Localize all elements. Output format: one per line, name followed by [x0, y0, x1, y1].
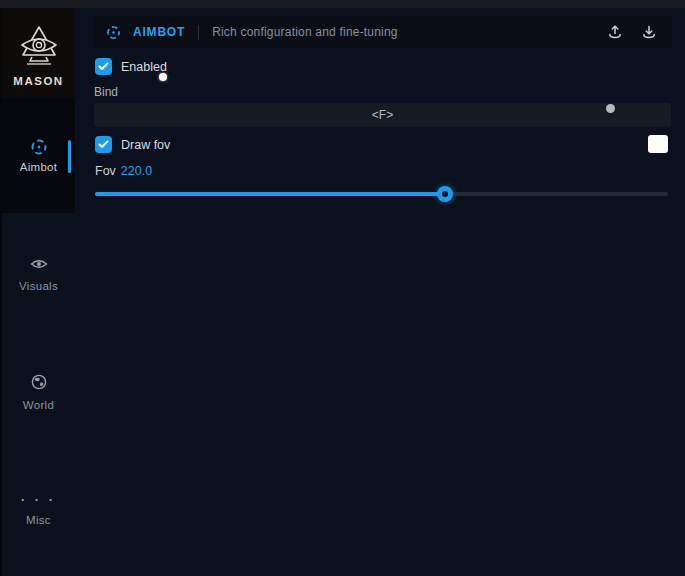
- sidebar: MASON Aimbot Visuals World: [0, 8, 75, 576]
- page-title: AIMBOT: [133, 25, 185, 39]
- draw-fov-label: Draw fov: [121, 138, 170, 152]
- fov-slider[interactable]: [95, 184, 668, 204]
- bind-label: Bind: [94, 85, 118, 99]
- sidebar-item-misc[interactable]: · · · Misc: [2, 490, 75, 526]
- fov-label: Fov220.0: [95, 164, 152, 178]
- download-icon[interactable]: [638, 21, 660, 43]
- sidebar-item-aimbot[interactable]: Aimbot: [2, 98, 75, 213]
- bind-input[interactable]: <F>: [94, 103, 671, 127]
- draw-fov-checkbox[interactable]: [95, 136, 112, 153]
- enabled-row: Enabled: [95, 58, 167, 75]
- fov-value: 220.0: [121, 164, 152, 178]
- slider-thumb[interactable]: [437, 186, 453, 202]
- sidebar-item-label: Aimbot: [20, 161, 58, 173]
- draw-fov-row: Draw fov: [95, 136, 170, 153]
- upload-icon[interactable]: [604, 21, 626, 43]
- page-subtitle: Rich configuration and fine-tuning: [212, 25, 398, 39]
- sidebar-item-visuals[interactable]: Visuals: [2, 255, 75, 292]
- sidebar-item-label: Visuals: [2, 280, 75, 292]
- eye-icon: [30, 255, 48, 273]
- window-top-strip: [0, 0, 685, 8]
- fov-color-swatch[interactable]: [648, 135, 668, 153]
- enabled-checkbox[interactable]: [95, 58, 112, 75]
- logo-text: MASON: [13, 75, 63, 87]
- main-panel: AIMBOT Rich configuration and fine-tunin…: [75, 8, 685, 576]
- header-divider: [198, 25, 199, 40]
- header-bar: AIMBOT Rich configuration and fine-tunin…: [93, 16, 672, 48]
- active-tab-indicator: [68, 140, 71, 173]
- sidebar-item-label: World: [2, 399, 75, 411]
- sidebar-item-world[interactable]: World: [2, 373, 75, 411]
- slider-track: [95, 192, 668, 196]
- globe-icon: [31, 373, 47, 391]
- ellipsis-icon: · · ·: [21, 491, 56, 509]
- drag-handle-dot: [606, 104, 615, 113]
- sidebar-item-label: Misc: [2, 514, 75, 526]
- slider-fill: [95, 192, 445, 196]
- crosshair-icon: [105, 24, 122, 41]
- mouse-cursor-dot: [159, 73, 167, 81]
- crosshair-icon: [29, 138, 49, 156]
- bind-value: <F>: [372, 108, 393, 122]
- mason-eye-pyramid-icon: [16, 24, 62, 72]
- enabled-label: Enabled: [121, 60, 167, 74]
- logo: MASON: [2, 8, 75, 98]
